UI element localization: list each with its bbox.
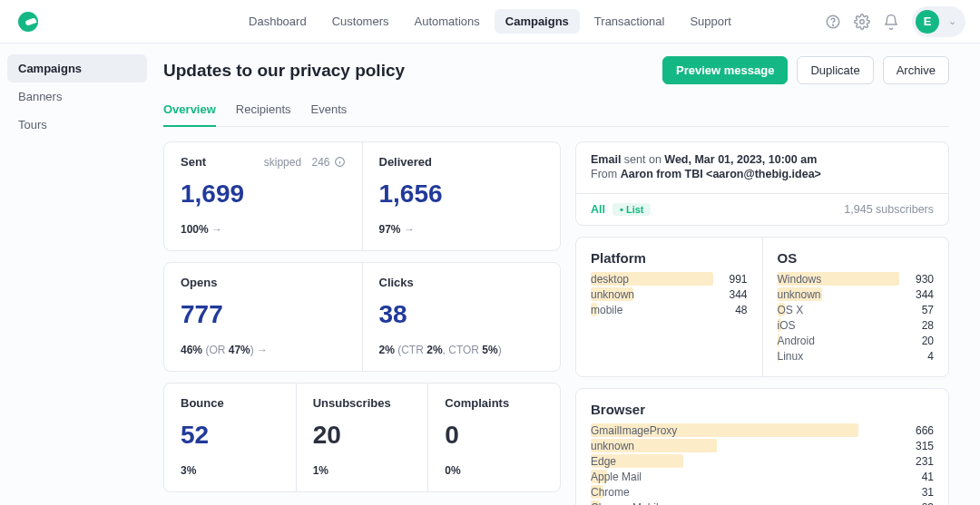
skipped-indicator[interactable]: skipped 246	[264, 156, 346, 169]
stat-card-opens-clicks: Opens 777 46% (OR 47%) → Clicks 38 2% (C…	[163, 262, 561, 372]
content: Updates to our privacy policy Preview me…	[154, 44, 975, 505]
bar-value: 231	[916, 455, 934, 468]
send-info-card: Email sent on Wed, Mar 01, 2023, 10:00 a…	[575, 141, 949, 226]
filter-list-pill[interactable]: • List	[612, 203, 651, 216]
tab-overview[interactable]: Overview	[163, 95, 216, 127]
bar-row: unknown315	[591, 438, 934, 453]
bar-label: Edge	[591, 455, 616, 468]
stat-value: 20	[313, 421, 412, 450]
bar-value: 20	[922, 335, 934, 347]
bar-value: 344	[916, 288, 934, 301]
bar-row: mobile48	[591, 302, 748, 317]
stat-bounce[interactable]: Bounce 52 3%	[164, 384, 296, 491]
bar-row: Windows930	[778, 271, 935, 286]
bar-value: 23	[922, 501, 934, 506]
stat-delivered[interactable]: Delivered 1,656 97% →	[362, 142, 561, 250]
stat-card-bounce-unsub-complaints: Bounce 52 3% Unsubscribes 20 1% Complain…	[163, 383, 561, 492]
bar-label: desktop	[591, 273, 629, 286]
browser-card: Browser GmailImageProxy666unknown315Edge…	[575, 388, 949, 505]
top-actions: E ⌄	[825, 6, 965, 37]
bar-row: Android20	[778, 333, 935, 348]
bar-row: Chrome31	[591, 484, 934, 500]
bar-value: 57	[922, 304, 934, 316]
bar-row: unknown344	[778, 286, 935, 302]
platform-section: Platform desktop991unknown344mobile48	[576, 238, 762, 376]
stat-clicks[interactable]: Clicks 38 2% (CTR 2%, CTOR 5%)	[362, 263, 561, 371]
app-logo-icon	[18, 12, 38, 32]
tab-recipients[interactable]: Recipients	[236, 95, 291, 126]
stat-unsubscribes[interactable]: Unsubscribes 20 1%	[296, 384, 428, 491]
stat-value: 0	[445, 421, 544, 450]
nav-campaigns[interactable]: Campaigns	[495, 9, 580, 34]
bar-value: 344	[729, 288, 747, 301]
bar-value: 930	[916, 273, 934, 286]
stat-value: 52	[181, 421, 279, 450]
sidebar-item-banners[interactable]: Banners	[7, 83, 147, 111]
bar-row: Chrome Mobile23	[591, 500, 934, 505]
stat-label: Unsubscribes	[313, 396, 412, 410]
preview-message-button[interactable]: Preview message	[662, 56, 788, 84]
bar-row: Linux4	[778, 348, 935, 364]
bar-value: 31	[922, 486, 934, 499]
archive-button[interactable]: Archive	[883, 56, 949, 84]
bar-label: unknown	[591, 440, 634, 452]
subscriber-count: 1,945 subscribers	[844, 203, 934, 216]
stat-opens[interactable]: Opens 777 46% (OR 47%) →	[164, 263, 362, 371]
filter-all[interactable]: All	[591, 203, 605, 216]
bar-label: Android	[778, 335, 815, 347]
bar-row: Edge231	[591, 453, 934, 469]
channel-label: Email	[591, 153, 621, 166]
stat-label: Complaints	[445, 396, 544, 410]
bar-row: unknown344	[591, 286, 748, 302]
nav-dashboard[interactable]: Dashboard	[238, 9, 318, 34]
bar-row: desktop991	[591, 271, 748, 286]
section-title: OS	[778, 250, 935, 266]
bar-label: unknown	[591, 288, 634, 301]
bar-value: 41	[922, 471, 934, 483]
tab-events[interactable]: Events	[311, 95, 348, 126]
topbar: DashboardCustomersAutomationsCampaignsTr…	[0, 0, 980, 44]
sidebar-item-tours[interactable]: Tours	[7, 111, 147, 139]
sidebar-item-campaigns[interactable]: Campaigns	[7, 54, 147, 83]
bar-row: Apple Mail41	[591, 469, 934, 484]
help-icon[interactable]	[825, 14, 841, 30]
bar-value: 991	[729, 273, 747, 286]
bar-label: Windows	[778, 273, 822, 286]
bell-icon[interactable]	[883, 14, 899, 30]
nav-customers[interactable]: Customers	[321, 9, 400, 34]
section-title: Platform	[591, 250, 748, 266]
sidebar: CampaignsBannersTours	[0, 44, 154, 505]
page-title: Updates to our privacy policy	[163, 61, 405, 81]
account-menu[interactable]: E ⌄	[912, 6, 965, 37]
bar-label: iOS	[778, 319, 796, 332]
svg-point-2	[860, 19, 865, 24]
nav-support[interactable]: Support	[679, 9, 742, 34]
duplicate-button[interactable]: Duplicate	[797, 56, 873, 84]
chevron-down-icon: ⌄	[948, 15, 956, 27]
bar-value: 315	[916, 440, 934, 452]
stat-label: Bounce	[181, 396, 279, 410]
stat-complaints[interactable]: Complaints 0 0%	[427, 384, 560, 491]
avatar: E	[916, 10, 939, 34]
gear-icon[interactable]	[854, 14, 870, 30]
stat-sent[interactable]: Sent skipped 246 1,699 100% →	[164, 142, 362, 250]
bar-label: unknown	[778, 288, 821, 301]
bar-value: 4	[927, 350, 934, 363]
svg-point-1	[833, 24, 834, 25]
bar-label: Linux	[778, 350, 804, 363]
stat-value: 777	[181, 300, 346, 329]
nav-automations[interactable]: Automations	[404, 9, 491, 34]
bar-label: OS X	[778, 304, 804, 316]
bar-label: mobile	[591, 304, 622, 316]
stat-label: Delivered	[379, 155, 544, 169]
tabs: OverviewRecipientsEvents	[163, 95, 949, 127]
top-nav: DashboardCustomersAutomationsCampaignsTr…	[238, 9, 742, 34]
nav-transactional[interactable]: Transactional	[583, 9, 676, 34]
stat-label: Opens	[181, 276, 346, 289]
platform-os-card: Platform desktop991unknown344mobile48 OS…	[575, 237, 949, 377]
bar-row: iOS28	[778, 317, 935, 333]
stat-card-sent-delivered: Sent skipped 246 1,699 100% → Delivered …	[163, 141, 561, 251]
stat-label: Clicks	[379, 276, 544, 289]
bar-row: GmailImageProxy666	[591, 422, 934, 438]
section-title: Browser	[591, 402, 934, 417]
